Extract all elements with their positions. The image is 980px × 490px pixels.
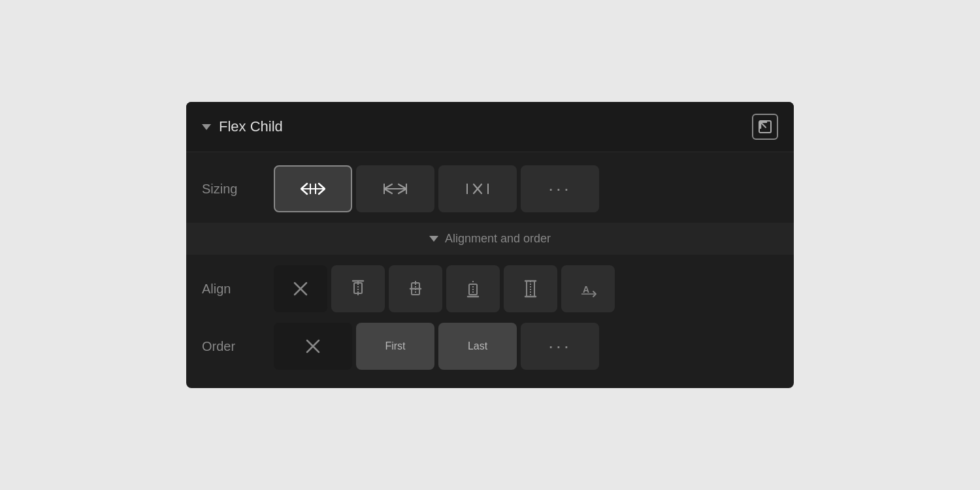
order-none-button[interactable]	[274, 323, 352, 370]
sizing-fixed-button[interactable]	[438, 165, 517, 212]
align-label: Align	[202, 282, 274, 297]
panel-header: Flex Child	[186, 102, 794, 152]
order-btn-group: First Last ···	[274, 323, 599, 370]
order-first-label: First	[385, 340, 405, 352]
corner-position-icon[interactable]	[752, 114, 778, 140]
align-center-button[interactable]	[389, 265, 442, 312]
order-last-button[interactable]: Last	[438, 323, 517, 370]
order-first-button[interactable]: First	[356, 323, 434, 370]
alignment-section-label: Alignment and order	[445, 232, 551, 246]
align-bottom-button[interactable]	[446, 265, 500, 312]
svg-text:A: A	[583, 284, 589, 295]
collapse-chevron-icon[interactable]	[202, 124, 211, 130]
panel-title-row: Flex Child	[202, 118, 283, 135]
align-none-button[interactable]	[274, 265, 327, 312]
panel-title: Flex Child	[219, 118, 283, 135]
sizing-more-button[interactable]: ···	[521, 165, 599, 212]
align-top-button[interactable]	[331, 265, 385, 312]
sizing-expand-button[interactable]	[356, 165, 434, 212]
order-label: Order	[202, 339, 274, 354]
sizing-compress-button[interactable]	[274, 165, 352, 212]
sizing-btn-group: ···	[274, 165, 599, 212]
panel-body: Sizing	[186, 152, 794, 388]
sizing-label: Sizing	[202, 182, 274, 197]
sizing-row: Sizing	[202, 165, 778, 212]
order-last-label: Last	[468, 340, 487, 352]
alignment-section-divider: Alignment and order	[186, 223, 794, 255]
align-stretch-button[interactable]	[504, 265, 557, 312]
order-row: Order First Last	[202, 323, 778, 370]
align-baseline-button[interactable]: A	[561, 265, 615, 312]
align-btn-group: A	[274, 265, 615, 312]
alignment-chevron-icon[interactable]	[429, 236, 438, 242]
flex-child-panel: Flex Child Sizing	[186, 102, 794, 388]
order-more-button[interactable]: ···	[521, 323, 599, 370]
align-row: Align	[202, 265, 778, 312]
